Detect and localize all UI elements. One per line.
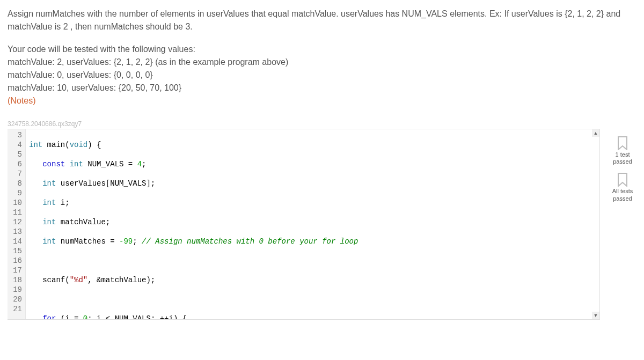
line-number: 12 bbox=[8, 217, 22, 227]
watermark-id: 324758.2040686.qx3zqy7 bbox=[0, 107, 644, 129]
line-number: 8 bbox=[8, 179, 22, 188]
line-number: 10 bbox=[8, 198, 22, 208]
test-status-sidebar: 1 test passed All tests passed bbox=[609, 129, 636, 210]
line-number: 4 bbox=[8, 140, 22, 150]
line-number: 17 bbox=[8, 266, 22, 275]
code-content[interactable]: int main(void) { const int NUM_VALS = 4;… bbox=[26, 129, 593, 319]
prompt-line-4: matchValue: 0, userValues: {0, 0, 0, 0} bbox=[8, 69, 636, 82]
line-number: 21 bbox=[8, 304, 22, 314]
passed-label: passed bbox=[609, 195, 636, 202]
code-editor[interactable]: 3 4 5 6 7 8 9 10 11 12 13 14 15 16 17 18… bbox=[8, 129, 600, 320]
passed-label: passed bbox=[609, 158, 636, 165]
scroll-up-button[interactable]: ▲ bbox=[592, 129, 599, 137]
line-number: 20 bbox=[8, 295, 22, 304]
scroll-down-button[interactable]: ▼ bbox=[592, 312, 599, 319]
notes-link[interactable]: (Notes) bbox=[8, 96, 35, 105]
line-number: 6 bbox=[8, 159, 22, 169]
line-number: 13 bbox=[8, 227, 22, 237]
prompt-line-3: matchValue: 2, userValues: {2, 1, 2, 2} … bbox=[8, 56, 636, 69]
prompt-line-5: matchValue: 10, userValues: {20, 50, 70,… bbox=[8, 82, 636, 94]
prompt-line-1: Assign numMatches with the number of ele… bbox=[8, 8, 636, 33]
all-tests-label: All tests bbox=[609, 188, 636, 195]
line-number: 18 bbox=[8, 275, 22, 285]
bookmark-icon bbox=[618, 173, 627, 187]
line-number: 16 bbox=[8, 256, 22, 266]
line-number: 3 bbox=[8, 130, 22, 140]
line-number: 15 bbox=[8, 246, 22, 256]
line-number: 5 bbox=[8, 150, 22, 159]
line-number: 11 bbox=[8, 208, 22, 217]
line-number: 14 bbox=[8, 237, 22, 246]
line-number: 9 bbox=[8, 188, 22, 198]
line-number-gutter: 3 4 5 6 7 8 9 10 11 12 13 14 15 16 17 18… bbox=[8, 129, 26, 319]
bookmark-icon bbox=[618, 136, 627, 150]
line-number: 19 bbox=[8, 285, 22, 295]
prompt-line-2: Your code will be tested with the follow… bbox=[8, 43, 636, 56]
line-number: 7 bbox=[8, 169, 22, 179]
problem-statement: Assign numMatches with the number of ele… bbox=[0, 0, 644, 107]
one-test-label: 1 test bbox=[609, 151, 636, 158]
